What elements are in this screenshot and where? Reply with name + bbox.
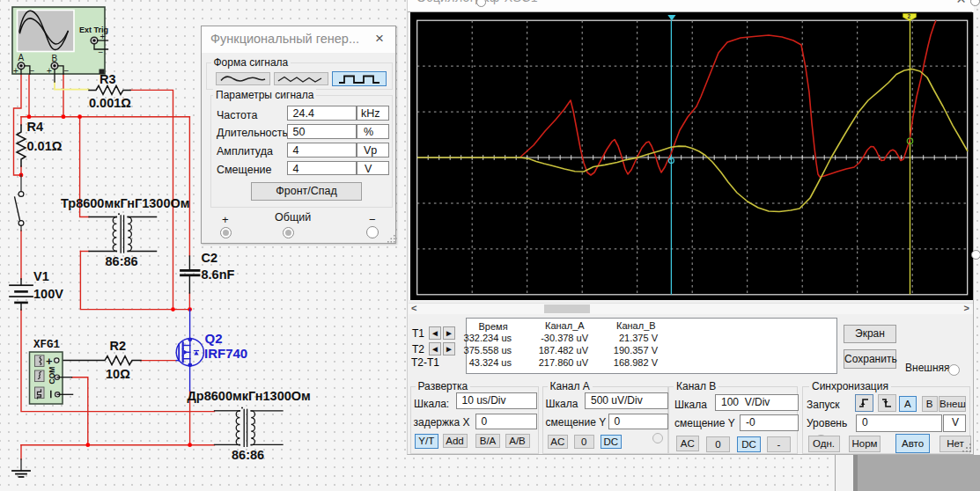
svg-text:86:86: 86:86 [106, 254, 138, 268]
svg-text:−: − [99, 48, 104, 57]
svg-text:R2: R2 [110, 339, 127, 353]
svg-text:R3: R3 [99, 72, 116, 86]
svg-text:+: + [13, 66, 18, 76]
svg-text:Q2: Q2 [205, 331, 223, 346]
svg-text:XFG1: XFG1 [33, 339, 60, 351]
svg-text:2: 2 [908, 13, 911, 19]
svg-text:0.01Ω: 0.01Ω [27, 139, 63, 153]
svg-text:+: + [100, 32, 106, 41]
svg-text:R4: R4 [27, 120, 44, 134]
svg-text:0.001Ω: 0.001Ω [89, 96, 131, 110]
svg-text:C2: C2 [202, 251, 218, 265]
svg-text:Др8600мкГн1300Ом: Др8600мкГн1300Ом [188, 389, 311, 403]
svg-text:−: − [64, 66, 70, 76]
svg-text:A: A [18, 53, 25, 62]
svg-text:Тр8600мкГнГ1300Ом: Тр8600мкГнГ1300Ом [61, 196, 190, 210]
svg-text:B: B [52, 54, 58, 63]
svg-text:V1: V1 [33, 269, 49, 283]
svg-text:IRF740: IRF740 [204, 346, 247, 361]
svg-text:100V: 100V [33, 287, 63, 301]
svg-text:8.6nF: 8.6nF [202, 267, 235, 282]
svg-text:+: + [46, 355, 53, 368]
svg-text:+: + [47, 66, 52, 76]
svg-text:COM: COM [48, 367, 56, 385]
svg-text:10Ω: 10Ω [106, 367, 130, 381]
svg-text:86:86: 86:86 [232, 448, 264, 462]
svg-text:−: − [30, 66, 35, 76]
